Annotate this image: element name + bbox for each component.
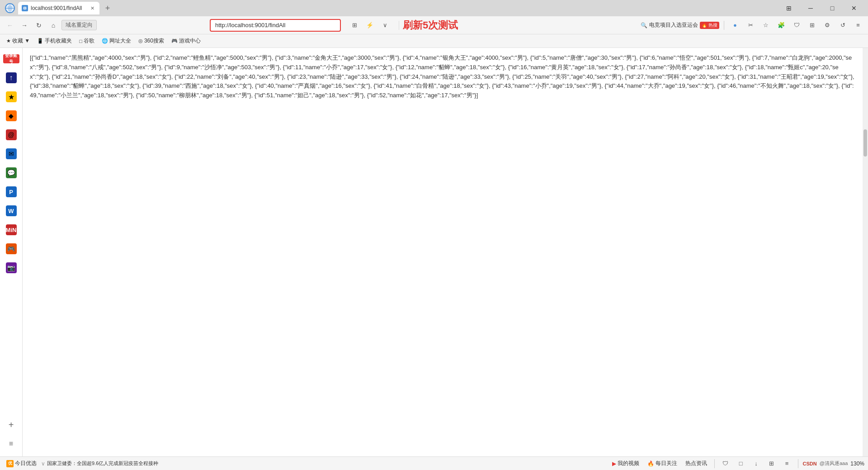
address-bar[interactable]	[210, 19, 341, 32]
bookmarks-bar: ★ 收藏 ▼ 📱 手机收藏夹 □ 谷歌 🌐 网址大全 ◎ 360搜索 🎮 游戏中…	[0, 34, 868, 48]
sidebar-item-nav[interactable]: ↑	[2, 69, 20, 87]
minimize-button[interactable]: ─	[800, 2, 821, 14]
at-icon: @	[6, 129, 17, 140]
today-select-btn[interactable]: 优 今日优选	[4, 459, 39, 468]
game2-icon: 🎮	[6, 243, 17, 254]
scissors-icon[interactable]: ✂	[744, 19, 757, 32]
today-icon: 优	[6, 460, 14, 467]
close-button[interactable]: ✕	[844, 2, 864, 14]
play-icon: ▶	[612, 461, 616, 467]
maximize-button[interactable]: □	[822, 2, 843, 14]
google-icon: □	[79, 38, 82, 44]
star-toolbar-icon[interactable]: ☆	[760, 19, 772, 32]
sidebar-item-photo[interactable]: 📷	[2, 259, 20, 277]
sidebar-menu-button[interactable]: ≡	[2, 435, 20, 453]
status-separator: ∨	[41, 461, 45, 467]
active-tab[interactable]: localhost:9001/findAll ✕	[18, 2, 99, 14]
search-area[interactable]: 🔍 电竞项目入选亚运会 🔥 热搜	[641, 21, 719, 29]
bookmark-favorites[interactable]: ★ 收藏 ▼	[4, 36, 33, 46]
refresh-button[interactable]: ↻	[33, 19, 45, 32]
back-button[interactable]: ←	[4, 19, 16, 32]
login-icon: 登录账号	[3, 54, 19, 63]
window-controls: ⊞ ─ □ ✕	[778, 2, 864, 14]
chat-icon: 💬	[6, 167, 17, 178]
new-tab-button[interactable]: +	[101, 2, 114, 14]
nav-icon: ↑	[6, 72, 17, 83]
search-label: 电竞项目入选亚运会	[649, 21, 698, 29]
settings-icon[interactable]: ⚙	[821, 19, 834, 32]
screen-status-icon[interactable]: □	[735, 457, 747, 470]
bookmark-games[interactable]: 🎮 游戏中心	[169, 36, 203, 46]
menu-icon[interactable]: ≡	[852, 19, 864, 32]
lightning-icon[interactable]: ⚡	[363, 19, 376, 32]
username-label: @清风逐aaa	[820, 460, 848, 467]
scrollbar-thumb[interactable]	[863, 129, 867, 157]
sidebar-item-login[interactable]: 登录账号	[2, 50, 20, 68]
sidebar-item-chat[interactable]: 💬	[2, 164, 20, 182]
bookmark-window-btn[interactable]: ⊞	[778, 2, 799, 14]
mail-icon: ✉	[6, 148, 17, 159]
apps-status-icon[interactable]: ⊞	[765, 457, 778, 470]
center-banner: 刷新5次测试	[399, 19, 458, 32]
home-button[interactable]: ⌂	[47, 19, 60, 32]
daily-btn[interactable]: 🔥 每日关注	[645, 459, 680, 468]
status-separator2	[714, 459, 715, 468]
shield-icon[interactable]: 🛡	[790, 19, 803, 32]
browser-logo	[4, 2, 16, 14]
bookmark-mobile[interactable]: 📱 手机收藏夹	[34, 36, 75, 46]
fire-icon: 🔥	[647, 461, 654, 467]
extension-icon[interactable]: 🧩	[775, 19, 788, 32]
photo-icon: 📷	[6, 262, 17, 273]
hot-tag: 🔥 热搜	[700, 22, 719, 29]
w-icon: W	[6, 205, 17, 216]
status-separator3	[798, 459, 798, 468]
address-bar-wrapper	[210, 19, 341, 32]
right-toolbar: 🔍 电竞项目入选亚运会 🔥 热搜 ● ✂ ☆ 🧩 🛡 ⊞ ⚙ ↺ ≡	[641, 19, 864, 32]
grid-view-icon[interactable]: ⊞	[348, 19, 361, 32]
forward-button[interactable]: →	[18, 19, 31, 32]
sidebar-item-star[interactable]: ★	[2, 88, 20, 106]
p-icon: P	[6, 186, 17, 197]
content-area: [{"id":1,"name":"黑熊精","age":4000,"sex":"…	[23, 48, 863, 456]
shield-status-icon[interactable]: 🛡	[719, 457, 732, 470]
apps-icon[interactable]: ⊞	[806, 19, 818, 32]
status-right: ▶ 我的视频 🔥 每日关注 热点资讯 🛡 □ ↓ ⊞ ≡ CSDN @清风逐aa…	[609, 457, 864, 470]
daily-label: 每日关注	[656, 460, 677, 467]
separator-1	[724, 21, 724, 30]
360-icon: ◎	[138, 38, 143, 44]
address-bar-container: 域名重定向	[61, 20, 206, 30]
scrollbar[interactable]	[863, 48, 868, 456]
banner-text: 刷新5次测试	[403, 19, 458, 32]
sidebar-bottom: + ≡	[2, 416, 20, 455]
bookmark-google[interactable]: □ 谷歌	[76, 36, 97, 46]
star-icon: ★	[6, 38, 11, 44]
download-status-icon[interactable]: ↓	[750, 457, 763, 470]
today-label: 今日优选	[15, 460, 37, 467]
sidebar-item-m[interactable]: MiN	[2, 221, 20, 239]
chrome-icon[interactable]: ●	[729, 19, 741, 32]
video-btn[interactable]: ▶ 我的视频	[609, 459, 642, 468]
sidebar-item-diamond[interactable]: ◆	[2, 107, 20, 125]
sidebar-add-button[interactable]: +	[2, 416, 20, 434]
mobile-icon: 📱	[37, 38, 43, 44]
diamond-icon: ◆	[6, 110, 17, 121]
dropdown-icon[interactable]: ∨	[379, 19, 392, 32]
menu-status-icon[interactable]: ≡	[781, 457, 793, 470]
status-news[interactable]: 国家卫健委：全国超9.6亿人完成新冠疫苗全程接种	[47, 460, 158, 467]
sidebar-item-at[interactable]: @	[2, 126, 20, 144]
bookmark-hao123[interactable]: 🌐 网址大全	[99, 36, 134, 46]
csdn-logo: CSDN	[803, 461, 817, 466]
hot-news-btn[interactable]: 热点资讯	[683, 459, 710, 468]
tab-title: localhost:9001/findAll	[31, 5, 86, 11]
web-icon: 🌐	[102, 38, 108, 44]
bookmark-360[interactable]: ◎ 360搜索	[136, 36, 167, 46]
sidebar-item-w[interactable]: W	[2, 202, 20, 220]
video-label: 我的视频	[618, 460, 639, 467]
status-bar: 优 今日优选 ∨ 国家卫健委：全国超9.6亿人完成新冠疫苗全程接种 ▶ 我的视频…	[0, 456, 868, 470]
undo-icon[interactable]: ↺	[836, 19, 849, 32]
game-icon: 🎮	[171, 38, 178, 44]
sidebar-item-game[interactable]: 🎮	[2, 240, 20, 258]
sidebar-item-p[interactable]: P	[2, 183, 20, 201]
tab-close-button[interactable]: ✕	[89, 5, 96, 12]
sidebar-item-mail[interactable]: ✉	[2, 145, 20, 163]
